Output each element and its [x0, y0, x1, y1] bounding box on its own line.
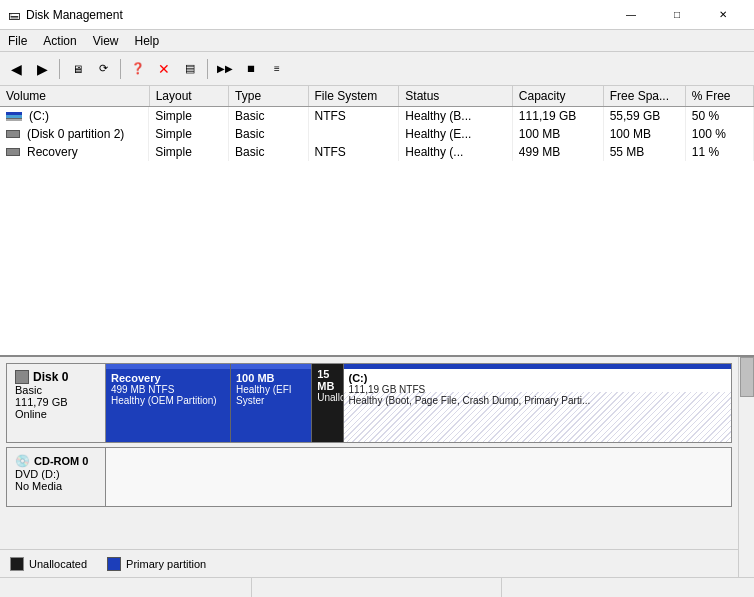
- status-bar: [0, 577, 754, 597]
- legend-label-primary: Primary partition: [126, 558, 206, 570]
- row1-volume: (C:): [0, 107, 149, 125]
- disk-icon-3: [6, 148, 20, 156]
- partition-name: 15 MB: [317, 368, 337, 392]
- minimize-button[interactable]: —: [608, 0, 654, 30]
- col-status: Status: [399, 86, 513, 107]
- cdrom0-row: 💿 CD-ROM 0 DVD (D:) No Media: [6, 447, 732, 507]
- col-percentfree: % Free: [685, 86, 753, 107]
- row1-percentfree: 50 %: [685, 107, 753, 126]
- row2-capacity: 100 MB: [512, 125, 603, 143]
- toolbar: ◀ ▶ 🖥 ⟳ ❓ ✕ ▤ ▶▶ ⏹ ≡: [0, 52, 754, 86]
- row3-status: Healthy (...: [399, 143, 513, 161]
- title-bar-controls: — □ ✕: [608, 0, 746, 30]
- partition-unallocated[interactable]: 15 MB Unalloca...: [312, 364, 343, 442]
- row1-freespace: 55,59 GB: [603, 107, 685, 126]
- row2-layout: Simple: [149, 125, 228, 143]
- partition-status: Healthy (OEM Partition): [111, 395, 225, 406]
- row2-type: Basic: [229, 125, 308, 143]
- col-freespace: Free Spa...: [603, 86, 685, 107]
- row3-layout: Simple: [149, 143, 228, 161]
- disk0-type: Basic: [15, 384, 97, 396]
- legend-bar: Unallocated Primary partition: [0, 549, 738, 577]
- title-bar-left: 🖴 Disk Management: [8, 8, 123, 22]
- row3-percentfree: 11 %: [685, 143, 753, 161]
- row2-volume: (Disk 0 partition 2): [0, 125, 149, 143]
- legend-unallocated: Unallocated: [10, 557, 87, 571]
- partition-recovery[interactable]: Recovery 499 MB NTFS Healthy (OEM Partit…: [106, 364, 231, 442]
- disk-icon-2: [6, 130, 20, 138]
- legend-swatch-unallocated: [10, 557, 24, 571]
- legend-swatch-primary: [107, 557, 121, 571]
- main-content: Volume Layout Type File System Status Ca…: [0, 86, 754, 597]
- scrollbar-vertical[interactable]: [738, 357, 754, 577]
- maximize-button[interactable]: □: [654, 0, 700, 30]
- partition-name: 100 MB: [236, 372, 306, 384]
- tb-forward-button[interactable]: ▶: [30, 57, 54, 81]
- partition-status: Healthy (EFI Syster: [236, 384, 306, 406]
- col-type: Type: [229, 86, 308, 107]
- partition-name: Recovery: [111, 372, 225, 384]
- disk0-partitions: Recovery 499 MB NTFS Healthy (OEM Partit…: [106, 363, 732, 443]
- col-filesystem: File System: [308, 86, 399, 107]
- legend-primary: Primary partition: [107, 557, 206, 571]
- disk0-size: 111,79 GB: [15, 396, 97, 408]
- row1-status: Healthy (B...: [399, 107, 513, 126]
- scroll-thumb[interactable]: [740, 357, 754, 397]
- tb-delete-button[interactable]: ✕: [152, 57, 176, 81]
- row2-percentfree: 100 %: [685, 125, 753, 143]
- partition-efi[interactable]: 100 MB Healthy (EFI Syster: [231, 364, 312, 442]
- tb-refresh-button[interactable]: ⟳: [91, 57, 115, 81]
- partition-status: Healthy (Boot, Page File, Crash Dump, Pr…: [349, 395, 727, 406]
- cdrom0-icon: 💿: [15, 454, 30, 468]
- table-header-row: Volume Layout Type File System Status Ca…: [0, 86, 754, 107]
- tb-back-button[interactable]: ◀: [4, 57, 28, 81]
- status-section-3: [503, 578, 750, 597]
- row2-status: Healthy (E...: [399, 125, 513, 143]
- table-row[interactable]: (Disk 0 partition 2) Simple Basic Health…: [0, 125, 754, 143]
- cdrom0-drive: DVD (D:): [15, 468, 97, 480]
- close-button[interactable]: ✕: [700, 0, 746, 30]
- table-row[interactable]: Recovery Simple Basic NTFS Healthy (... …: [0, 143, 754, 161]
- partition-c[interactable]: (C:) 111,19 GB NTFS Healthy (Boot, Page …: [344, 364, 732, 442]
- col-layout: Layout: [149, 86, 228, 107]
- menu-help[interactable]: Help: [127, 30, 168, 51]
- partition-status: Unalloca...: [317, 392, 337, 403]
- row3-capacity: 499 MB: [512, 143, 603, 161]
- partition-stripe: [231, 364, 311, 369]
- disk0-status: Online: [15, 408, 97, 420]
- row1-layout: Simple: [149, 107, 228, 126]
- row1-type: Basic: [229, 107, 308, 126]
- disk0-name: Disk 0: [15, 370, 97, 384]
- cdrom0-media: No Media: [15, 480, 97, 492]
- row1-capacity: 111,19 GB: [512, 107, 603, 126]
- tb-next-button[interactable]: ▶▶: [213, 57, 237, 81]
- disk0-row: Disk 0 Basic 111,79 GB Online Recovery 4…: [6, 363, 732, 443]
- partition-size: 111,19 GB NTFS: [349, 384, 727, 395]
- toolbar-separator-3: [207, 59, 208, 79]
- partition-name: (C:): [349, 372, 727, 384]
- row3-volume: Recovery: [0, 143, 149, 161]
- toolbar-separator-2: [120, 59, 121, 79]
- menu-view[interactable]: View: [85, 30, 127, 51]
- menu-file[interactable]: File: [0, 30, 35, 51]
- row3-type: Basic: [229, 143, 308, 161]
- cdrom0-label: 💿 CD-ROM 0 DVD (D:) No Media: [6, 447, 106, 507]
- row2-freespace: 100 MB: [603, 125, 685, 143]
- tb-help-button[interactable]: ❓: [126, 57, 150, 81]
- status-section-1: [4, 578, 252, 597]
- menu-bar: File Action View Help: [0, 30, 754, 52]
- app-icon: 🖴: [8, 8, 20, 22]
- partition-stripe: [106, 364, 230, 369]
- volume-table: Volume Layout Type File System Status Ca…: [0, 86, 754, 161]
- col-capacity: Capacity: [512, 86, 603, 107]
- legend-label-unallocated: Unallocated: [29, 558, 87, 570]
- app-title: Disk Management: [26, 8, 123, 22]
- row1-filesystem: NTFS: [308, 107, 399, 126]
- tb-properties-button[interactable]: 🖥: [65, 57, 89, 81]
- tb-stop-button[interactable]: ⏹: [239, 57, 263, 81]
- table-row[interactable]: (C:) Simple Basic NTFS Healthy (B... 111…: [0, 107, 754, 126]
- tb-format-button[interactable]: ▤: [178, 57, 202, 81]
- status-section-2: [253, 578, 501, 597]
- menu-action[interactable]: Action: [35, 30, 84, 51]
- tb-extra-button[interactable]: ≡: [265, 57, 289, 81]
